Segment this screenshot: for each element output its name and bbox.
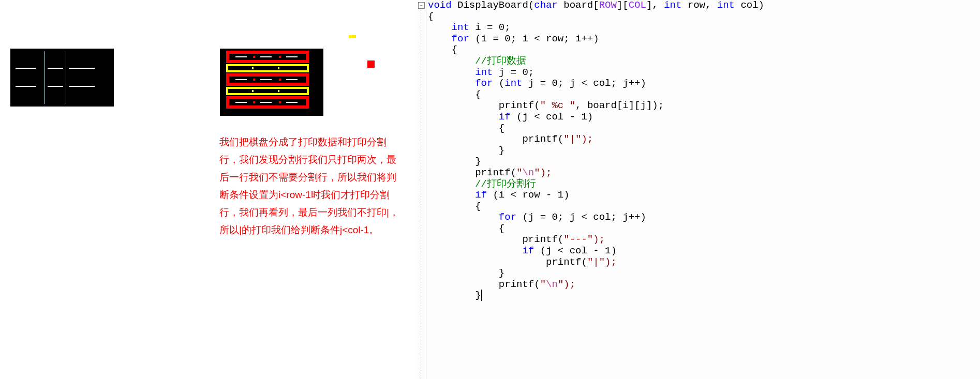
board-plain-diagram [10, 49, 114, 107]
left-panel: 我们把棋盘分成了打印数据和打印分割行，我们发现分割行我们只打印两次，最后一行我们… [0, 0, 417, 379]
fold-guide-line [421, 9, 421, 379]
code-gutter: − [417, 0, 426, 379]
fold-minus-icon[interactable]: − [418, 2, 425, 9]
code-block: void DisplayBoard(char board[ROW][COL], … [428, 0, 764, 301]
kw-void: void [428, 0, 452, 11]
code-panel: − void DisplayBoard(char board[ROW][COL]… [417, 0, 980, 379]
red-marker [367, 60, 375, 68]
board-annotated-diagram [220, 49, 323, 116]
explanation-text: 我们把棋盘分成了打印数据和打印分割行，我们发现分割行我们只打印两次，最后一行我们… [219, 133, 406, 239]
yellow-marker [349, 35, 356, 38]
